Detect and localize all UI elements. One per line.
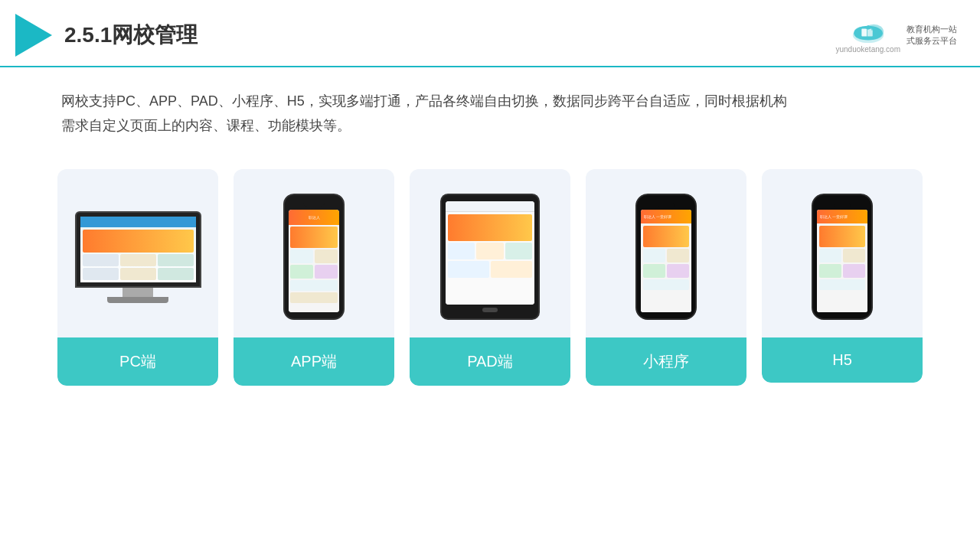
tablet-row-1 [448, 243, 532, 259]
brand-slogan: 教育机构一站式服务云平台 [906, 24, 957, 47]
card-pad: PAD端 [410, 169, 570, 386]
tablet-card-5 [491, 261, 532, 278]
tablet-banner [448, 214, 532, 241]
miniprogram-image-area: 职达人 一堂好课 [586, 169, 746, 337]
mini-cell-2 [667, 249, 689, 262]
phone-cell-2 [315, 249, 338, 263]
cloud-svg-icon [845, 18, 891, 45]
card-pc: PC端 [57, 169, 218, 386]
monitor-screen-wrap [75, 211, 201, 288]
phone-mini-screen: 职达人 一堂好课 [641, 210, 691, 312]
monitor-row-2 [83, 268, 194, 280]
phone-row-1 [290, 280, 338, 291]
card-h5: 职达人 一堂好课 H5 [762, 169, 923, 383]
h5-header: 职达人 一堂好课 [817, 210, 867, 223]
phone-cell-1 [290, 249, 313, 263]
header-right: yunduoketang.com 教育机构一站式服务云平台 [835, 18, 957, 54]
brand-logo: yunduoketang.com [835, 18, 900, 54]
description-line1: 网校支持PC、APP、PAD、小程序、H5，实现多端打通，产品各终端自由切换，数… [61, 89, 919, 113]
miniprogram-card-label: 小程序 [586, 337, 746, 386]
h5-phone-mockup: 职达人 一堂好课 [812, 194, 873, 320]
tablet-card-2 [476, 243, 503, 259]
pc-image-area [57, 169, 218, 337]
phone-cell-4 [315, 265, 338, 279]
h5-card-label: H5 [762, 337, 923, 383]
phone-notch [303, 201, 325, 207]
card-miniprogram: 职达人 一堂好课 小程序 [586, 169, 746, 386]
phone-mini-notch [658, 203, 675, 207]
monitor-card-4 [83, 268, 119, 280]
phone-cell-3 [290, 265, 313, 279]
phone-row-2 [290, 292, 338, 303]
h5-banner [819, 226, 865, 247]
mini-cell-1 [643, 249, 665, 262]
monitor-nav [80, 217, 196, 227]
phone-screen: 职达人 [289, 210, 339, 312]
pad-tablet-mockup [440, 194, 540, 320]
monitor-card-1 [83, 254, 119, 266]
monitor-body [80, 227, 196, 282]
h5-phone-notch [834, 203, 851, 207]
tablet-content [446, 212, 534, 305]
h5-cell-2 [843, 249, 865, 262]
monitor-screen-inner [80, 217, 196, 282]
h5-image-area: 职达人 一堂好课 [762, 169, 923, 337]
monitor-card-2 [120, 254, 156, 266]
svg-rect-4 [861, 28, 867, 36]
monitor-stand [122, 288, 153, 297]
monitor-card-3 [158, 254, 194, 266]
h5-cell-4 [843, 264, 865, 278]
pc-monitor-mockup [73, 211, 203, 303]
tablet-home-button [482, 308, 498, 312]
miniprogram-phone-mockup: 职达人 一堂好课 [635, 194, 697, 320]
monitor-card-5 [120, 268, 156, 280]
pad-card-label: PAD端 [410, 337, 570, 386]
card-app: 职达人 APP端 [234, 169, 394, 386]
description-area: 网校支持PC、APP、PAD、小程序、H5，实现多端打通，产品各终端自由切换，数… [0, 67, 980, 146]
phone-banner [290, 227, 338, 248]
tablet-card-4 [448, 261, 489, 278]
mini-grid [643, 249, 689, 278]
tablet-card-3 [505, 243, 532, 259]
tablet-screen [446, 201, 534, 305]
tablet-row-2 [448, 261, 532, 278]
mini-banner [643, 226, 689, 247]
mini-content [641, 223, 691, 312]
monitor-base [107, 297, 168, 303]
h5-row [819, 279, 865, 290]
monitor-row-1 [83, 254, 194, 266]
mini-cell-3 [643, 264, 665, 278]
phone-content [289, 225, 339, 312]
page-title: 2.5.1网校管理 [64, 21, 198, 50]
h5-cell-1 [819, 249, 841, 262]
h5-phone-screen: 职达人 一堂好课 [817, 210, 867, 312]
tablet-nav-bar [446, 201, 534, 212]
monitor-banner [83, 230, 194, 253]
cards-container: PC端 职达人 [0, 146, 980, 409]
header-left: 2.5.1网校管理 [15, 14, 198, 57]
pad-image-area [410, 169, 570, 337]
monitor-card-6 [158, 268, 194, 280]
mini-row [643, 279, 689, 290]
h5-grid [819, 249, 865, 278]
brand-url: yunduoketang.com [835, 45, 900, 54]
mini-header: 职达人 一堂好课 [641, 210, 691, 223]
phone-header-bar: 职达人 [289, 210, 339, 225]
app-phone-mockup: 职达人 [283, 194, 345, 320]
svg-rect-8 [871, 27, 872, 30]
app-image-area: 职达人 [234, 169, 394, 337]
tablet-card-1 [448, 243, 475, 259]
description-line2: 需求自定义页面上的内容、课程、功能模块等。 [61, 113, 919, 138]
h5-cell-3 [819, 264, 841, 278]
pc-card-label: PC端 [57, 337, 218, 386]
mini-cell-4 [667, 264, 689, 278]
phone-grid [290, 249, 338, 279]
h5-content [817, 223, 867, 312]
app-card-label: APP端 [234, 337, 394, 386]
logo-triangle-icon [15, 14, 52, 57]
page-header: 2.5.1网校管理 yunduoketang.com 教育机构一站式服务云平台 [0, 0, 980, 67]
